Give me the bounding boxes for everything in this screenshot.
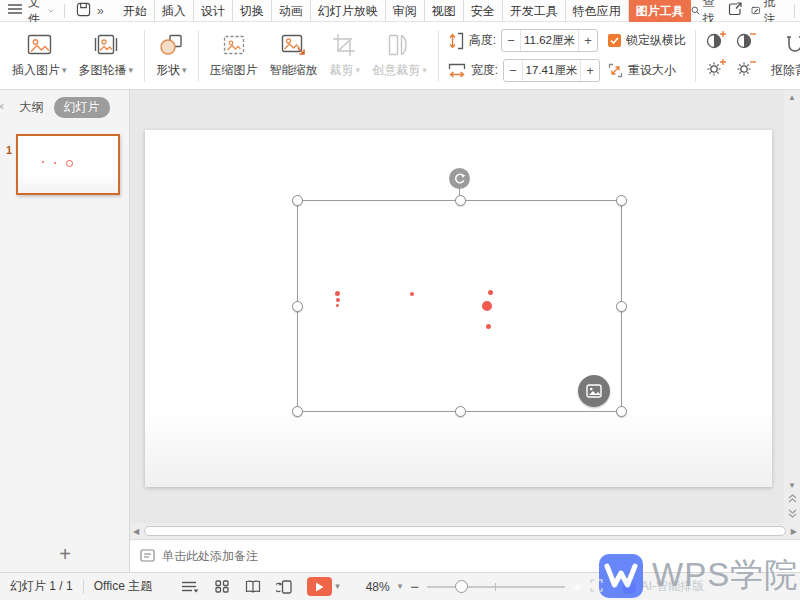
- tab-slides[interactable]: 幻灯片: [54, 97, 110, 118]
- multi-picture-carousel-label: 多图轮播: [79, 62, 127, 79]
- smart-zoom-label: 智能缩放: [270, 62, 318, 79]
- height-decrease-button[interactable]: −: [502, 30, 521, 51]
- notes-bar[interactable]: 单击此处添加备注: [130, 539, 800, 572]
- share-icon[interactable]: [728, 2, 742, 19]
- zoom-level[interactable]: 48%: [366, 580, 390, 594]
- height-stepper[interactable]: − 11.62厘米 +: [501, 29, 598, 52]
- previous-slide-button[interactable]: [788, 493, 797, 508]
- height-increase-button[interactable]: +: [578, 30, 597, 51]
- height-value[interactable]: 11.62厘米: [521, 33, 578, 48]
- tab-animation[interactable]: 动画: [272, 0, 311, 22]
- reset-size-button[interactable]: 重设大小: [608, 59, 686, 83]
- next-slide-button[interactable]: [788, 508, 797, 523]
- zoom-out-button[interactable]: −: [410, 578, 419, 595]
- creative-crop-icon: [385, 33, 413, 57]
- tab-outline[interactable]: 大纲: [20, 99, 44, 116]
- decrease-brightness-button[interactable]: [736, 59, 756, 80]
- tab-devtools[interactable]: 开发工具: [503, 0, 566, 22]
- loading-dot: [336, 304, 339, 307]
- slide-canvas[interactable]: ▲ ▼: [130, 90, 800, 523]
- new-slide-button[interactable]: +: [0, 544, 130, 564]
- play-options-caret-icon[interactable]: ▾: [335, 582, 340, 591]
- vertical-scrollbar[interactable]: ▲ ▼: [784, 90, 800, 523]
- insert-picture-label: 插入图片: [12, 62, 60, 79]
- tab-home[interactable]: 开始: [116, 0, 155, 22]
- tab-special-apps[interactable]: 特色应用: [566, 0, 629, 22]
- width-decrease-button[interactable]: −: [504, 60, 523, 81]
- zoom-in-button[interactable]: +: [573, 578, 582, 595]
- tab-review[interactable]: 审阅: [386, 0, 425, 22]
- fit-slide-button[interactable]: [590, 579, 603, 595]
- zoom-caret-icon[interactable]: ▾: [398, 582, 403, 591]
- slide-thumbnail-preview: [18, 136, 118, 193]
- width-increase-button[interactable]: +: [580, 60, 599, 81]
- height-label: 高度:: [469, 32, 496, 49]
- play-slideshow-button[interactable]: ▾: [307, 577, 340, 596]
- loading-dot: [486, 324, 491, 329]
- divider: [83, 580, 84, 594]
- phone-cast-button[interactable]: [273, 577, 295, 597]
- tab-security[interactable]: 安全: [464, 0, 503, 22]
- horizontal-scroll-thumb[interactable]: [144, 526, 786, 536]
- zoom-slider-knob[interactable]: [455, 580, 468, 593]
- selected-picture-frame[interactable]: [297, 200, 622, 412]
- resize-handle-e[interactable]: [616, 301, 627, 312]
- close-panel-icon[interactable]: ×: [0, 99, 5, 114]
- rotation-handle[interactable]: [449, 168, 470, 189]
- ai-assistant-button[interactable]: AI-智能排版: [621, 578, 704, 595]
- loading-dot: [410, 292, 414, 296]
- scroll-left-button[interactable]: ◀: [133, 527, 139, 536]
- shapes-button[interactable]: 形状▾: [150, 26, 193, 86]
- hamburger-menu-icon[interactable]: [8, 3, 22, 18]
- notes-placeholder: 单击此处添加备注: [162, 548, 258, 565]
- resize-handle-n[interactable]: [455, 195, 466, 206]
- insert-picture-button[interactable]: 插入图片▾: [6, 26, 73, 86]
- save-icon[interactable]: [76, 2, 91, 20]
- scroll-right-button[interactable]: ▶: [791, 527, 797, 536]
- ai-assistant-label: AI-智能排版: [641, 578, 704, 595]
- reading-view-button[interactable]: [242, 577, 264, 597]
- tab-transition[interactable]: 切换: [233, 0, 272, 22]
- loading-ring: [482, 301, 492, 311]
- width-value[interactable]: 17.41厘米: [523, 63, 580, 78]
- change-picture-button[interactable]: [578, 375, 610, 407]
- resize-handle-w[interactable]: [292, 301, 303, 312]
- crop-button: 裁剪▾: [324, 26, 367, 86]
- dropdown-caret-icon: ▾: [356, 66, 361, 75]
- lock-aspect-ratio-checkbox[interactable]: 锁定纵横比: [608, 29, 686, 53]
- zoom-slider[interactable]: [427, 586, 565, 588]
- increase-contrast-button[interactable]: [706, 31, 726, 52]
- quick-access-expand-icon[interactable]: »: [97, 4, 104, 18]
- cutout-background-button[interactable]: 抠除背景: [765, 26, 800, 86]
- resize-handle-se[interactable]: [616, 406, 627, 417]
- comment-icon: [751, 4, 761, 17]
- compress-picture-button[interactable]: 压缩图片: [204, 26, 264, 86]
- resize-handle-ne[interactable]: [616, 195, 627, 206]
- theme-name[interactable]: Office 主题: [94, 578, 152, 595]
- slide-sorter-view-button[interactable]: [211, 577, 233, 597]
- width-stepper[interactable]: − 17.41厘米 +: [503, 59, 600, 82]
- cutout-background-label: 抠除背景: [771, 62, 800, 79]
- tab-view[interactable]: 视图: [425, 0, 464, 22]
- decrease-contrast-button[interactable]: [736, 31, 756, 52]
- display-options-button[interactable]: [180, 577, 202, 597]
- resize-handle-s[interactable]: [455, 406, 466, 417]
- shapes-label: 形状: [156, 62, 180, 79]
- tab-slideshow[interactable]: 幻灯片放映: [311, 0, 386, 22]
- smart-zoom-button[interactable]: 智能缩放: [264, 26, 324, 86]
- dropdown-caret-icon: ▾: [422, 66, 427, 75]
- resize-handle-nw[interactable]: [292, 195, 303, 206]
- scroll-up-button[interactable]: ▲: [788, 90, 796, 105]
- slide-thumbnail[interactable]: [16, 134, 120, 195]
- tab-design[interactable]: 设计: [194, 0, 233, 22]
- resize-handle-sw[interactable]: [292, 406, 303, 417]
- increase-brightness-button[interactable]: [706, 59, 726, 80]
- reset-size-label: 重设大小: [628, 62, 676, 79]
- slide-panel: × 大纲 幻灯片 1 +: [0, 90, 130, 572]
- multi-picture-carousel-button[interactable]: 多图轮播▾: [73, 26, 140, 86]
- tab-picture-tools[interactable]: 图片工具: [629, 0, 691, 22]
- horizontal-scrollbar[interactable]: ◀ ▶: [130, 523, 800, 539]
- tab-insert[interactable]: 插入: [155, 0, 194, 22]
- scroll-down-button[interactable]: ▼: [788, 478, 796, 493]
- search-icon: [691, 4, 700, 17]
